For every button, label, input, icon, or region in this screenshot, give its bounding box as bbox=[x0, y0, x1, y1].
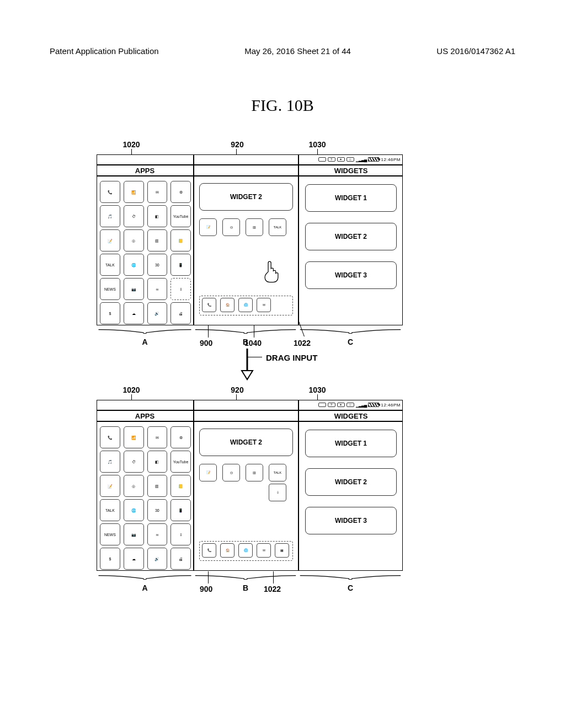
app-icon-dropped[interactable]: ⇩ bbox=[269, 484, 286, 501]
app-icon[interactable]: YouTube bbox=[170, 451, 191, 473]
dock-bottom[interactable]: 📞 🏠 🌐 ✉︎ ▦ bbox=[199, 541, 293, 561]
edge-bc-top bbox=[298, 154, 299, 325]
status-time-top: 12:46PM bbox=[381, 157, 401, 162]
home-icon[interactable]: ◎ bbox=[222, 218, 240, 236]
app-icon[interactable]: ⏱ bbox=[124, 205, 144, 227]
home-icon[interactable]: ◎ bbox=[222, 464, 240, 481]
stage-bottom: ?✶☆ ▁▂▃▄ 12:46PM APPS WIDGETS 📞 📶 ✉︎ ⚙︎ … bbox=[97, 400, 403, 571]
titlebar-center-blank-top bbox=[194, 164, 298, 176]
edge-ab-bot bbox=[193, 400, 194, 571]
callout-1020-bot: 1020 bbox=[120, 386, 142, 394]
lead-1022-bot bbox=[273, 571, 274, 584]
drag-hook-line bbox=[248, 357, 262, 357]
widget-item[interactable]: WIDGET 3 bbox=[305, 507, 397, 534]
app-icon[interactable]: $ bbox=[100, 548, 120, 570]
titlebar-widgets-top: WIDGETS bbox=[299, 164, 403, 176]
app-icon[interactable]: ⏱ bbox=[124, 451, 144, 473]
app-icon[interactable]: 📝 bbox=[100, 475, 120, 497]
app-icon[interactable]: ▥ bbox=[147, 475, 168, 497]
home-icon[interactable]: 📝 bbox=[199, 218, 217, 236]
lead-1040-top bbox=[254, 325, 254, 338]
app-icon[interactable]: 30 bbox=[147, 254, 168, 276]
callout-1040-top: 1040 bbox=[244, 339, 262, 347]
app-icon[interactable]: YouTube bbox=[170, 205, 191, 227]
dock-icon[interactable]: 🌐 bbox=[238, 543, 253, 558]
hdr-right: US 2016/0147362 A1 bbox=[436, 46, 515, 56]
app-icon[interactable]: 📞 bbox=[100, 181, 120, 203]
app-icon[interactable]: $ bbox=[100, 302, 120, 324]
app-icon[interactable]: 🖨 bbox=[170, 548, 191, 570]
dock-icon[interactable]: 📞 bbox=[202, 543, 216, 558]
app-icon[interactable]: 📝 bbox=[100, 229, 120, 251]
drag-label: DRAG INPUT bbox=[266, 353, 317, 362]
widget-item[interactable]: WIDGET 2 bbox=[305, 223, 397, 250]
callout-1030-top: 1030 bbox=[306, 140, 328, 149]
dock-icon-new[interactable]: ▦ bbox=[275, 543, 289, 558]
app-icon[interactable]: 📒 bbox=[170, 229, 191, 251]
app-icon[interactable]: 🎵 bbox=[100, 451, 120, 473]
dock-icon[interactable]: 🏠 bbox=[220, 543, 234, 558]
app-icon[interactable]: ⇩ bbox=[170, 523, 191, 545]
widget-item[interactable]: WIDGET 3 bbox=[305, 261, 397, 289]
app-icon[interactable]: 📒 bbox=[170, 475, 191, 497]
app-icon[interactable]: ◎ bbox=[124, 475, 144, 497]
widget-item[interactable]: WIDGET 2 bbox=[305, 468, 397, 496]
widget-big-b-bot[interactable]: WIDGET 2 bbox=[199, 429, 293, 456]
apps-grid-top: 📞 📶 ✉︎ ⚙︎ 🎵 ⏱ ◧ YouTube 📝 ◎ ▥ 📒 TALK 🌐 3… bbox=[100, 181, 191, 319]
app-icon[interactable]: 🖨 bbox=[170, 302, 191, 324]
app-icon[interactable]: ☁ bbox=[124, 548, 144, 570]
home-icon[interactable]: ▥ bbox=[246, 464, 263, 481]
home-icon[interactable]: 📝 bbox=[199, 464, 217, 481]
app-icon[interactable]: ∞ bbox=[147, 278, 168, 300]
app-icon[interactable]: 🔊 bbox=[147, 548, 168, 570]
app-icon[interactable]: TALK bbox=[100, 499, 120, 521]
app-icon[interactable]: 📱 bbox=[170, 499, 191, 521]
callout-900-top: 900 bbox=[200, 339, 212, 347]
app-icon[interactable]: 📷 bbox=[124, 523, 144, 545]
dock-icon[interactable]: 📞 bbox=[202, 298, 216, 312]
app-icon[interactable]: 🔊 bbox=[147, 302, 168, 324]
widget-item[interactable]: WIDGET 1 bbox=[305, 430, 397, 457]
app-icon[interactable]: 🌐 bbox=[124, 499, 144, 521]
apps-grid-bottom: 📞 📶 ✉︎ ⚙︎ 🎵 ⏱ ◧ YouTube 📝 ◎ ▥ 📒 TALK 🌐 3… bbox=[100, 426, 191, 564]
app-icon[interactable]: 📶 bbox=[124, 426, 144, 448]
dock-icon[interactable]: ✉︎ bbox=[257, 298, 271, 312]
app-icon[interactable]: 30 bbox=[147, 499, 168, 521]
app-icon[interactable]: 📞 bbox=[100, 426, 120, 448]
app-icon[interactable]: ✉︎ bbox=[147, 181, 168, 203]
app-icon[interactable]: ☁ bbox=[124, 302, 144, 324]
app-icon[interactable]: 🌐 bbox=[124, 254, 144, 276]
app-icon-drag-source[interactable]: ⇩ bbox=[170, 278, 191, 300]
app-icon[interactable]: NEWS bbox=[100, 523, 120, 545]
edge-bc-bot bbox=[298, 400, 299, 571]
app-icon[interactable]: ∞ bbox=[147, 523, 168, 545]
app-icon[interactable]: ⚙︎ bbox=[170, 426, 191, 448]
home-icon[interactable]: TALK bbox=[269, 218, 286, 236]
app-icon[interactable]: 📷 bbox=[124, 278, 144, 300]
brace-A-top: A bbox=[97, 328, 193, 344]
app-icon[interactable]: ◧ bbox=[147, 205, 168, 227]
widget-item[interactable]: WIDGET 1 bbox=[305, 184, 397, 212]
dock-icon[interactable]: 🌐 bbox=[238, 298, 253, 312]
hdr-center: May 26, 2016 Sheet 21 of 44 bbox=[244, 46, 351, 56]
app-icon[interactable]: NEWS bbox=[100, 278, 120, 300]
dock-top[interactable]: 📞 🏠 🌐 ✉︎ bbox=[199, 296, 293, 315]
dock-icon[interactable]: ✉︎ bbox=[257, 543, 271, 558]
widget-big-b-top[interactable]: WIDGET 2 bbox=[199, 183, 293, 211]
app-icon[interactable]: ✉︎ bbox=[147, 426, 168, 448]
app-icon[interactable]: ⚙︎ bbox=[170, 181, 191, 203]
app-icon[interactable]: 📶 bbox=[124, 181, 144, 203]
app-icon[interactable]: TALK bbox=[100, 254, 120, 276]
home-panel-bottom: WIDGET 2 📝 ◎ ▥ TALK ⇩ 📞 🏠 🌐 ✉︎ ▦ bbox=[197, 426, 295, 564]
app-icon[interactable]: 🎵 bbox=[100, 205, 120, 227]
titlebar-apps-top: APPS bbox=[97, 164, 193, 176]
lead-900-bot bbox=[208, 571, 209, 584]
home-icon[interactable]: ▥ bbox=[246, 218, 263, 236]
callout-1020-top: 1020 bbox=[120, 140, 142, 149]
app-icon[interactable]: ◧ bbox=[147, 451, 168, 473]
dock-icon[interactable]: 🏠 bbox=[220, 298, 234, 312]
app-icon[interactable]: ◎ bbox=[124, 229, 144, 251]
app-icon[interactable]: 📱 bbox=[170, 254, 191, 276]
home-icon[interactable]: TALK bbox=[269, 464, 286, 481]
app-icon[interactable]: ▥ bbox=[147, 229, 168, 251]
